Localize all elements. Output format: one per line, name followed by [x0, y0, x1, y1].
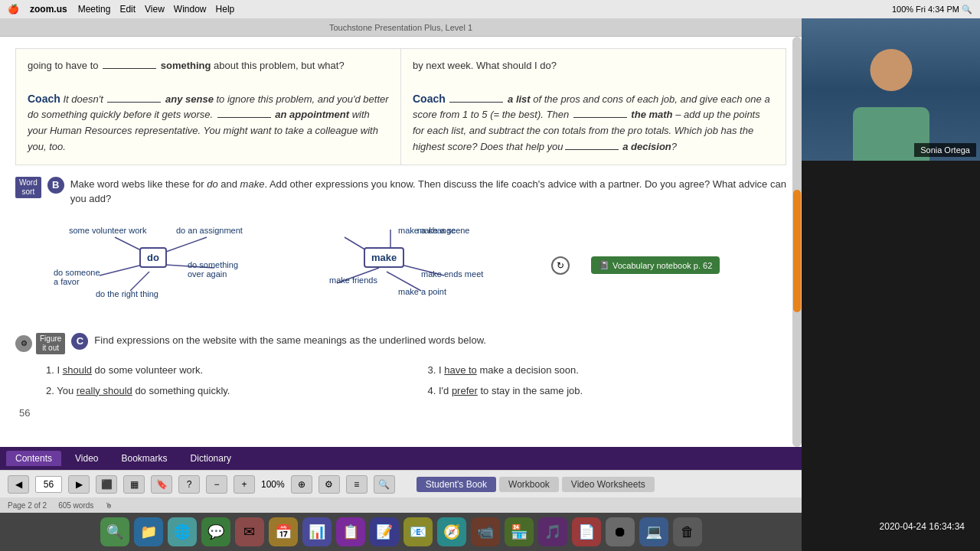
- zoom-reset-btn[interactable]: ⊕: [291, 475, 312, 494]
- webcam-area: Sonia Ortega 2020-04-24 16:34:34: [802, 18, 980, 551]
- tab-video[interactable]: Video: [66, 451, 107, 466]
- dock-excel[interactable]: 📊: [302, 517, 332, 546]
- dock-acrobat[interactable]: 📄: [572, 517, 601, 546]
- dock-trash[interactable]: 🗑: [673, 517, 702, 546]
- blank-3: [217, 117, 271, 118]
- menu-meeting[interactable]: Meeting: [78, 4, 111, 15]
- ex3-num: 3. I: [428, 364, 445, 376]
- do-spoke-3: do somethingover again: [188, 260, 238, 279]
- dock-messages[interactable]: 💬: [201, 517, 230, 546]
- arrow-circle[interactable]: ↻: [551, 256, 570, 275]
- word-count: 605 words: [58, 501, 93, 510]
- main-container: Touchstone Presentation Plus, Level 1 go…: [0, 18, 980, 551]
- search-btn2[interactable]: 🔍: [374, 475, 395, 494]
- ex1-underlined: should: [63, 364, 92, 376]
- webcam-name: Sonia Ortega: [914, 143, 976, 157]
- vocab-notebook-btn[interactable]: 📓 Vocabulary notebook p. 62: [591, 256, 720, 274]
- do-spoke-2: do an assignment: [176, 226, 243, 235]
- dock-music[interactable]: 🎵: [538, 517, 567, 546]
- right-scrollbar[interactable]: [792, 37, 802, 447]
- ex4-num: 4. I'd: [428, 385, 452, 396]
- app-name: zoom.us: [30, 4, 67, 15]
- page-content: going to have to something about this pr…: [0, 37, 802, 447]
- blank-2: [107, 102, 161, 103]
- dock-zoom[interactable]: 📹: [471, 517, 500, 546]
- help-btn[interactable]: ?: [178, 475, 200, 494]
- exercises-grid: 1. I should do some volunteer work. 3. I…: [46, 362, 786, 399]
- dock-vm[interactable]: 💻: [639, 517, 668, 546]
- zoom-out-btn[interactable]: −: [206, 475, 227, 494]
- page-number: 56: [19, 407, 786, 419]
- grid-btn[interactable]: ▦: [123, 475, 145, 494]
- section-b-letter: B: [47, 177, 64, 194]
- book-tab-video[interactable]: Video Worksheets: [562, 477, 655, 492]
- dock-word[interactable]: 📝: [370, 517, 399, 546]
- dock-calendar[interactable]: 📅: [269, 517, 298, 546]
- ex2-rest: do something quickly.: [132, 385, 230, 396]
- make-center-word: make: [364, 247, 404, 268]
- book-tab-workbook[interactable]: Workbook: [499, 477, 559, 492]
- figure-badge-line2: it out: [42, 344, 59, 353]
- webcam-feed: Sonia Ortega: [802, 18, 980, 161]
- exercise-2: 2. You really should do something quickl…: [46, 383, 405, 399]
- book-tab-student[interactable]: Student's Book: [416, 477, 496, 492]
- presentation-titlebar: Touchstone Presentation Plus, Level 1: [0, 18, 802, 37]
- prev-btn[interactable]: ◀: [8, 475, 29, 494]
- dock-outlook[interactable]: 📧: [403, 517, 433, 546]
- section-c-header: ⚙ Figure it out C Find expressions on th…: [15, 333, 786, 354]
- do-center-word: do: [139, 247, 167, 268]
- ex2-num: 2. You: [46, 385, 77, 396]
- top-section: going to have to something about this pr…: [15, 48, 786, 165]
- dock-files[interactable]: 📁: [134, 517, 163, 546]
- do-spoke-1: some volunteer work: [69, 226, 147, 235]
- word-sort-label: Word: [19, 178, 38, 187]
- book-tabs: Student's Book Workbook Video Worksheets: [416, 477, 655, 492]
- menu-help[interactable]: Help: [216, 4, 235, 15]
- menu-window[interactable]: Window: [174, 4, 207, 15]
- dock-ppt[interactable]: 📋: [336, 517, 365, 546]
- word-sort-label2: sort: [22, 187, 35, 197]
- bookmark-btn[interactable]: 🔖: [151, 475, 172, 494]
- blank-1: [103, 68, 156, 69]
- layout-btn[interactable]: ≡: [346, 475, 368, 494]
- tab-dictionary[interactable]: Dictionary: [181, 451, 240, 466]
- dock-browser[interactable]: 🌐: [168, 517, 197, 546]
- figure-it-out-icon: ⚙: [15, 335, 32, 352]
- section-c-letter: C: [71, 333, 88, 350]
- menu-view[interactable]: View: [145, 4, 165, 15]
- status-bar: Page 2 of 2 605 words 🖱: [0, 497, 802, 513]
- tab-contents[interactable]: Contents: [6, 451, 61, 466]
- menu-edit[interactable]: Edit: [119, 4, 136, 15]
- coach-label-left: Coach: [28, 93, 60, 105]
- stop-btn[interactable]: ⬛: [96, 475, 117, 494]
- right-column: by next week. What should I do? Coach a …: [401, 49, 786, 165]
- page-input[interactable]: [35, 476, 62, 493]
- datetime: 2020-04-24 16:34:34: [872, 517, 972, 536]
- settings-btn[interactable]: ⚙: [318, 475, 340, 494]
- dock-finder[interactable]: 🔍: [100, 517, 129, 546]
- dock-mail[interactable]: ✉: [235, 517, 264, 546]
- section-b: Word sort B Make word webs like these fo…: [15, 177, 786, 321]
- apple-icon: 🍎: [8, 4, 19, 15]
- dock-store[interactable]: 🏪: [505, 517, 534, 546]
- make-spoke-4: make a point: [398, 287, 446, 296]
- section-c-badge-area: ⚙ Figure it out: [15, 333, 65, 354]
- scrollbar-thumb[interactable]: [793, 190, 801, 312]
- blank-r3: [565, 149, 619, 150]
- svg-line-3: [100, 264, 145, 276]
- notebook-icon: 📓: [599, 260, 609, 270]
- webcam-lower: 2020-04-24 16:34:34: [802, 161, 980, 551]
- ex4-underlined: prefer: [452, 385, 478, 396]
- presentation-area: Touchstone Presentation Plus, Level 1 go…: [0, 18, 802, 551]
- ex3-rest: make a decision soon.: [477, 364, 579, 376]
- tab-bookmarks[interactable]: Bookmarks: [113, 451, 177, 466]
- next-btn[interactable]: ▶: [68, 475, 90, 494]
- zoom-in-btn[interactable]: +: [234, 475, 255, 494]
- coach-label-right: Coach: [413, 93, 446, 105]
- dock-record[interactable]: ⏺: [606, 517, 635, 546]
- dock-safari[interactable]: 🧭: [437, 517, 466, 546]
- svg-line-4: [130, 272, 149, 291]
- exercise-4: 4. I'd prefer to stay in the same job.: [428, 383, 787, 399]
- menubar-right: 100% Fri 4:34 PM 🔍: [892, 5, 972, 15]
- bottom-toolbar: Contents Video Bookmarks Dictionary: [0, 447, 802, 470]
